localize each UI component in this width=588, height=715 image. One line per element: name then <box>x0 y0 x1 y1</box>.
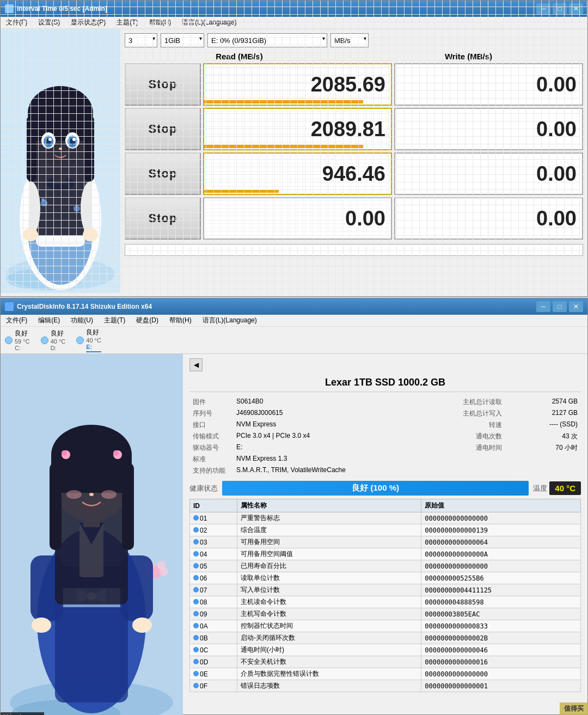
smart-cell-name: 已用寿命百分比 <box>237 560 421 572</box>
unit-dropdown-wrapper[interactable]: MB/s <box>330 33 369 47</box>
menu-lang-top[interactable]: 语言(L)(Language) <box>179 17 240 28</box>
transfer-value: PCIe 3.0 x4 | PCIe 3.0 x4 <box>233 431 407 442</box>
status-c-temp: 59 °C <box>15 338 30 345</box>
smart-cell-name: 可用备用空间 <box>237 536 421 548</box>
info-row-drive-letter: 驱动器号 E: 通电时间 70 小时 <box>189 442 581 454</box>
smart-row: 0B 启动-关闭循环次数 000000000000002B <box>190 632 581 644</box>
nav-arrow-left[interactable]: ◀ <box>189 358 203 371</box>
svg-rect-10 <box>29 111 92 140</box>
smart-cell-name: 不安全关机计数 <box>237 656 421 668</box>
titlebar-controls: ─ □ ✕ <box>536 3 583 14</box>
menu-file-top[interactable]: 文件(F) <box>3 17 30 28</box>
menu-disk[interactable]: 硬盘(D) <box>133 315 162 326</box>
bottom-titlebar-left: CrystalDiskInfo 8.17.14 Shizuku Edition … <box>5 302 152 311</box>
read-value-3: 946.46 <box>203 152 392 195</box>
smart-cell-value: 0000000005255B6 <box>421 572 581 584</box>
status-c-drive: C: <box>15 345 30 351</box>
smart-dot-icon <box>193 563 199 569</box>
power-on-time-label: 通电时间 <box>407 442 506 454</box>
drive-letter-label: 驱动器号 <box>189 442 233 454</box>
write-value-4: 0.00 <box>394 197 583 240</box>
smart-cell-id: 02 <box>190 524 237 536</box>
firmware-label: 固件 <box>189 396 233 408</box>
stop-button-4[interactable]: Stop <box>125 197 201 240</box>
smart-row: 0E 介质与数据完整性错误计数 0000000000000000 <box>190 668 581 680</box>
menu-file-bottom[interactable]: 文件(F) <box>3 315 30 326</box>
smart-cell-id: 0F <box>190 680 237 692</box>
health-row: 健康状态 良好 (100 %) 温度 40 °C <box>189 481 581 496</box>
power-on-time-value: 70 小时 <box>505 442 581 454</box>
menu-help-top[interactable]: 帮助(H) <box>146 17 175 28</box>
smart-row: 07 写入单位计数 00000000004411125 <box>190 584 581 596</box>
smart-dot-icon <box>193 551 199 557</box>
smart-cell-name: 主机写命令计数 <box>237 608 421 620</box>
info-row-standard: 标准 NVM Express 1.3 <box>189 454 581 465</box>
drive-dropdown[interactable]: E: 0% (0/931GiB) <box>207 33 327 47</box>
smart-cell-value: 0000000000000000 <box>421 560 581 572</box>
size-dropdown[interactable]: 1GiB <box>161 33 204 47</box>
smart-header-row: ID 属性名称 原始值 <box>190 499 581 512</box>
smart-dot-icon <box>193 683 199 688</box>
top-title: Interval Time 0/5 sec [Admin] <box>17 5 107 13</box>
column-headers: Read (MB/s) Write (MB/s) <box>125 51 583 62</box>
features-label: 支持的功能 <box>189 465 233 476</box>
smart-cell-id: 09 <box>190 608 237 620</box>
top-window: Interval Time 0/5 sec [Admin] ─ □ ✕ 文件(F… <box>0 0 588 297</box>
smart-cell-id: 0B <box>190 632 237 644</box>
menu-help-bottom[interactable]: 帮助(H) <box>166 315 195 326</box>
smart-row: 05 已用寿命百分比 0000000000000000 <box>190 560 581 572</box>
menu-settings[interactable]: 设置(S) <box>35 17 63 28</box>
close-button[interactable]: ✕ <box>569 3 583 14</box>
menu-lang-bottom[interactable]: 语言(L)(Language) <box>199 315 260 326</box>
stop-button-2[interactable]: Stop <box>125 108 201 150</box>
stop-button-1[interactable]: Stop <box>125 63 201 106</box>
menu-display[interactable]: 显示状态(P) <box>68 17 109 28</box>
anime-character-top <box>1 29 120 293</box>
info-row-serial: 序列号 J46908J000615 主机总计写入 2127 GB <box>189 408 581 419</box>
interval-dropdown-wrapper[interactable]: 3 <box>125 33 157 47</box>
bottom-app-icon <box>5 302 14 311</box>
info-row-transfer: 传输模式 PCIe 3.0 x4 | PCIe 3.0 x4 通电次数 43 次 <box>189 431 581 442</box>
smart-cell-id: 08 <box>190 596 237 608</box>
smart-cell-value: 0000000000000001 <box>421 680 581 692</box>
smart-col-id: ID <box>190 499 237 512</box>
total-write-label: 主机总计写入 <box>407 408 506 419</box>
svg-point-21 <box>72 138 76 141</box>
top-menubar: 文件(F) 设置(S) 显示状态(P) 主题(T) 帮助(H) 语言(L)(La… <box>1 17 587 29</box>
svg-point-63 <box>62 450 67 456</box>
menu-theme-bottom[interactable]: 主题(T) <box>101 315 128 326</box>
menu-edit[interactable]: 编辑(E) <box>35 315 63 326</box>
total-read-label: 主机总计读取 <box>407 396 506 408</box>
size-dropdown-wrapper[interactable]: 1GiB <box>161 33 204 47</box>
bench-row-1: Stop 2085.69 0.00 <box>125 63 583 106</box>
bottom-minimize-button[interactable]: ─ <box>536 301 550 312</box>
interface-value: NVM Express <box>233 419 407 431</box>
total-write-value: 2127 GB <box>505 408 581 419</box>
drive-dropdown-wrapper[interactable]: E: 0% (0/931GiB) <box>207 33 327 47</box>
smart-cell-name: 综合温度 <box>237 524 421 536</box>
smart-cell-value: 0000000000000046 <box>421 644 581 656</box>
smart-dot-icon <box>193 575 199 580</box>
maximize-button[interactable]: □ <box>553 3 567 14</box>
info-row-firmware: 固件 S0614B0 主机总计读取 2574 GB <box>189 396 581 408</box>
smart-row: 0A 控制器忙状态时间 0000000000000833 <box>190 620 581 632</box>
interval-dropdown[interactable]: 3 <box>125 33 157 47</box>
minimize-button[interactable]: ─ <box>536 3 550 14</box>
unit-dropdown[interactable]: MB/s <box>330 33 369 47</box>
smart-row: 0F 错误日志项数 0000000000000001 <box>190 680 581 692</box>
status-dot-c <box>5 337 13 344</box>
transfer-label: 传输模式 <box>189 431 233 442</box>
smart-cell-id: 04 <box>190 548 237 560</box>
smart-dot-icon <box>193 671 199 676</box>
info-row-interface: 接口 NVM Express 转速 ---- (SSD) <box>189 419 581 431</box>
bottom-close-button[interactable]: ✕ <box>569 301 583 312</box>
write-header: Write (MB/s) <box>354 52 583 61</box>
smart-cell-value: 0000000000000016 <box>421 656 581 668</box>
menu-theme-top[interactable]: 主题(T) <box>113 17 141 28</box>
bottom-maximize-button[interactable]: □ <box>553 301 567 312</box>
stop-button-3[interactable]: Stop <box>125 152 201 195</box>
progress-bar <box>125 244 583 256</box>
interface-label: 接口 <box>189 419 233 431</box>
menu-function[interactable]: 功能(U) <box>68 315 96 326</box>
smart-row: 01 严重警告标志 0000000000000000 <box>190 512 581 524</box>
